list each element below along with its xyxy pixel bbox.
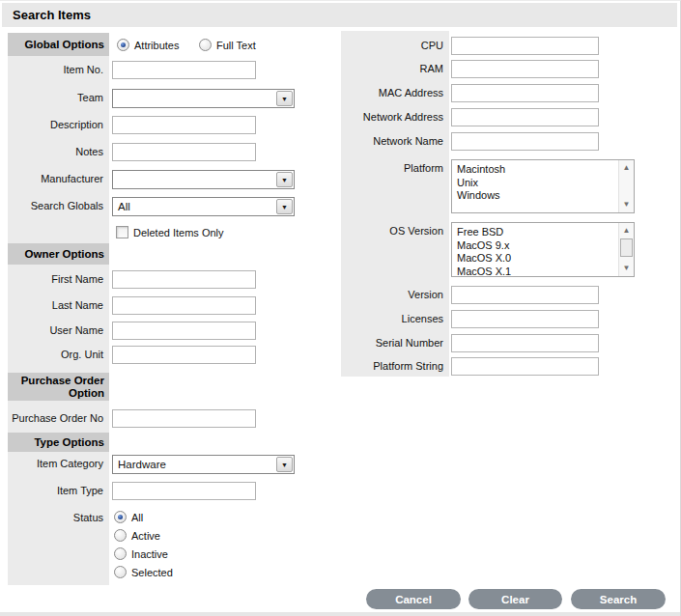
radio-full-text-label: Full Text (216, 40, 256, 51)
radio-button-icon[interactable] (117, 39, 129, 51)
radio-button-icon[interactable] (114, 529, 127, 542)
user-name-label: User Name (8, 324, 109, 337)
page-title: Search Items (13, 8, 91, 22)
radio-status-selected-label: Selected (131, 567, 173, 578)
item-category-dropdown-value: Hardware (118, 459, 166, 470)
platform-label: Platform (341, 162, 447, 175)
manufacturer-dropdown[interactable]: ▼ (112, 170, 295, 189)
last-name-input[interactable] (112, 296, 256, 315)
chevron-down-icon[interactable]: ▼ (276, 457, 293, 472)
radio-status-all[interactable]: All (114, 511, 143, 523)
scroll-up-icon[interactable]: ▲ (619, 224, 634, 238)
last-name-label: Last Name (8, 299, 109, 312)
radio-status-inactive-label: Inactive (131, 548, 168, 560)
radio-button-icon[interactable] (114, 547, 127, 560)
org-unit-label: Org. Unit (8, 349, 109, 361)
radio-status-active-label: Active (131, 530, 160, 542)
ram-input[interactable] (451, 60, 599, 78)
deleted-items-only-checkbox[interactable]: Deleted Items Only (116, 226, 224, 238)
serial-number-label: Serial Number (341, 337, 447, 350)
status-label: Status (8, 512, 109, 524)
search-items-page: Search Items Global Options Attributes F… (0, 0, 681, 616)
version-input[interactable] (451, 286, 599, 304)
scrollbar[interactable]: ▲ ▼ (618, 223, 634, 276)
radio-status-inactive[interactable]: Inactive (114, 547, 168, 560)
network-address-label: Network Address (341, 111, 447, 124)
serial-number-input[interactable] (451, 334, 599, 352)
list-item[interactable]: Windows (452, 189, 634, 203)
page-title-bar: Search Items (2, 3, 677, 27)
platform-string-label: Platform String (341, 360, 447, 373)
search-button[interactable]: Search (571, 589, 666, 609)
cancel-button[interactable]: Cancel (366, 589, 461, 609)
user-name-input[interactable] (112, 322, 256, 340)
purchase-order-no-input[interactable] (112, 409, 256, 428)
os-version-listbox[interactable]: Free BSD MacOS 9.x MacOS X.0 MacOS X.1 ▲… (451, 222, 635, 277)
section-purchase-order-option: Purchase Order Option (8, 373, 109, 401)
item-category-dropdown[interactable]: Hardware ▼ (112, 455, 295, 474)
cpu-input[interactable] (451, 37, 599, 55)
mac-address-input[interactable] (451, 84, 599, 102)
description-input[interactable] (112, 116, 256, 134)
network-name-label: Network Name (341, 135, 447, 148)
checkbox-icon[interactable] (116, 226, 128, 238)
radio-status-active[interactable]: Active (114, 529, 160, 542)
item-category-label: Item Category (8, 458, 109, 470)
scrollbar-thumb[interactable] (620, 238, 633, 257)
scroll-down-icon[interactable]: ▼ (619, 198, 634, 211)
list-item[interactable]: MacOS X.0 (452, 252, 634, 266)
first-name-input[interactable] (112, 270, 256, 289)
list-item[interactable]: MacOS 9.x (452, 239, 634, 253)
radio-button-icon[interactable] (199, 39, 212, 51)
team-dropdown[interactable]: ▼ (112, 89, 295, 108)
section-global-options: Global Options (8, 33, 109, 56)
radio-attributes-label: Attributes (134, 40, 179, 51)
purchase-order-no-label: Purchase Order No (8, 412, 109, 425)
search-globals-dropdown-value: All (118, 201, 130, 212)
item-no-label: Item No. (8, 64, 109, 76)
manufacturer-label: Manufacturer (8, 173, 109, 185)
version-label: Version (341, 289, 447, 301)
radio-attributes[interactable]: Attributes (117, 39, 179, 51)
item-type-input[interactable] (112, 482, 256, 500)
item-type-label: Item Type (8, 485, 109, 497)
scrollbar[interactable]: ▲ ▼ (618, 160, 634, 212)
list-item[interactable]: Free BSD (452, 226, 634, 239)
mac-address-label: MAC Address (341, 87, 447, 99)
section-owner-options: Owner Options (8, 243, 109, 265)
section-type-options: Type Options (8, 433, 109, 452)
chevron-down-icon[interactable]: ▼ (276, 91, 293, 106)
radio-button-icon[interactable] (114, 566, 127, 578)
notes-label: Notes (8, 146, 109, 158)
licenses-label: Licenses (341, 313, 447, 325)
licenses-input[interactable] (451, 310, 599, 328)
scroll-up-icon[interactable]: ▲ (619, 161, 634, 175)
platform-string-input[interactable] (451, 357, 599, 376)
first-name-label: First Name (8, 273, 109, 286)
list-item[interactable]: Macintosh (452, 163, 634, 177)
search-globals-label: Search Globals (8, 200, 109, 212)
chevron-down-icon[interactable]: ▼ (276, 199, 293, 214)
scroll-down-icon[interactable]: ▼ (619, 262, 634, 275)
radio-status-all-label: All (131, 512, 143, 523)
radio-full-text[interactable]: Full Text (199, 39, 256, 51)
notes-input[interactable] (112, 143, 256, 161)
platform-listbox[interactable]: Macintosh Unix Windows ▲ ▼ (451, 159, 635, 213)
clear-button[interactable]: Clear (468, 589, 562, 609)
chevron-down-icon[interactable]: ▼ (276, 172, 293, 187)
os-version-label: OS Version (341, 225, 447, 238)
bottom-strip (0, 612, 680, 616)
network-name-input[interactable] (451, 132, 599, 151)
list-item[interactable]: MacOS X.1 (452, 266, 634, 279)
org-unit-input[interactable] (112, 346, 256, 364)
radio-button-icon[interactable] (114, 511, 127, 523)
radio-status-selected[interactable]: Selected (114, 566, 173, 578)
deleted-items-only-label: Deleted Items Only (133, 227, 224, 238)
search-globals-dropdown[interactable]: All ▼ (112, 197, 295, 216)
network-address-input[interactable] (451, 108, 599, 126)
ram-label: RAM (341, 63, 447, 75)
description-label: Description (8, 119, 109, 131)
list-item[interactable]: Unix (452, 177, 634, 190)
item-no-input[interactable] (112, 61, 256, 79)
team-label: Team (8, 92, 109, 104)
